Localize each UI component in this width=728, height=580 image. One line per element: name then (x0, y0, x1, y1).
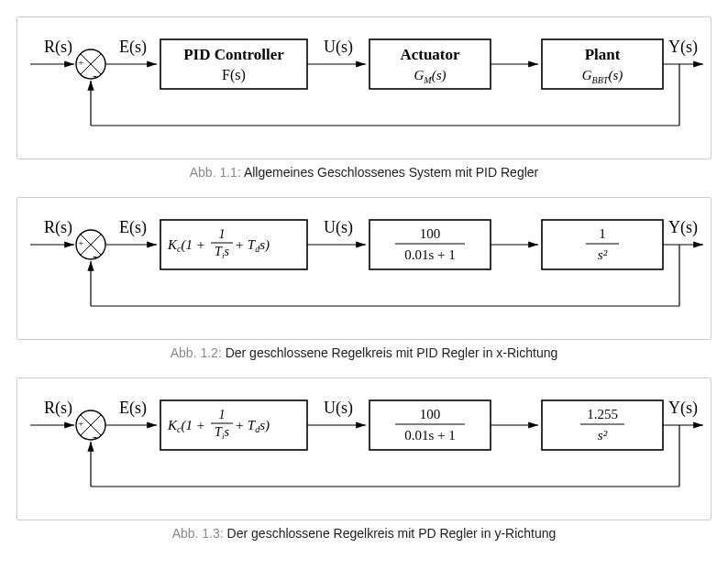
figure-1-3-caption: Abb. 1.3: Der geschlossene Regelkreis mi… (17, 526, 711, 542)
signal-U: U(s) (324, 38, 353, 57)
signal-U: U(s) (324, 399, 353, 418)
signal-R: R(s) (44, 399, 72, 418)
caption-text: Der geschlossene Regelkreis mit PID Regl… (226, 345, 558, 360)
signal-E: E(s) (119, 38, 147, 57)
svg-text:Kc(1 +: Kc(1 + (167, 418, 205, 434)
signal-E: E(s) (119, 399, 147, 418)
svg-text:1: 1 (219, 227, 226, 241)
caption-label: Abb. 1.3: (172, 526, 224, 541)
block2-title: Actuator (400, 46, 460, 63)
figure-1-1-caption: Abb. 1.1: Allgemeines Geschlossenes Syst… (17, 165, 711, 181)
svg-text:Tis: Tis (215, 245, 229, 260)
svg-text:Tis: Tis (215, 425, 229, 441)
signal-R: R(s) (44, 218, 72, 237)
block3-den: s² (598, 428, 608, 443)
minus-sign: - (93, 69, 97, 82)
figure-1-3: R(s) + - E(s) Kc(1 + 1 Tis + Tds) U(s) (17, 378, 711, 520)
block2-num: 100 (420, 226, 441, 241)
plus-sign: + (78, 57, 83, 68)
minus-sign: - (93, 249, 97, 263)
block3-num: 1.255 (587, 407, 618, 421)
svg-text:Kc(1 +: Kc(1 + (167, 237, 205, 254)
figure-1-2: R(s) + - E(s) Kc(1 + 1 Tis + Tds) U(s) (17, 197, 711, 340)
block1-title: PID Controller (183, 46, 284, 63)
signal-E: E(s) (119, 218, 147, 237)
block3-num: 1 (599, 226, 606, 241)
caption-label: Abb. 1.1: (190, 165, 241, 180)
signal-R: R(s) (44, 38, 72, 57)
block2-den: 0.01s + 1 (404, 247, 456, 262)
signal-Y: Y(s) (668, 38, 698, 57)
block3-den: s² (598, 247, 608, 262)
plus-sign: + (78, 418, 83, 429)
block2-num: 100 (420, 407, 441, 421)
block-diagram-3: R(s) + - E(s) Kc(1 + 1 Tis + Tds) U(s) (21, 384, 707, 512)
minus-sign: - (93, 430, 97, 443)
block-diagram-2: R(s) + - E(s) Kc(1 + 1 Tis + Tds) U(s) (21, 203, 707, 332)
svg-text:1: 1 (219, 408, 226, 421)
block3-title: Plant (585, 46, 621, 63)
block3-sub: GBBT(s) (582, 68, 623, 85)
caption-text: Der geschlossene Regelkreis mit PD Regle… (227, 526, 557, 541)
plus-sign: + (78, 237, 83, 248)
block-diagram-1: R(s) + - E(s) PID Controller F(s) U(s) A… (21, 23, 707, 151)
figure-1-2-caption: Abb. 1.2: Der geschlossene Regelkreis mi… (17, 345, 711, 361)
block1-sub: F(s) (222, 67, 246, 83)
pid-formula: Kc(1 + 1 Tis + Tds) (167, 227, 270, 260)
caption-text: Allgemeines Geschlossenes System mit PID… (244, 165, 538, 180)
signal-Y: Y(s) (668, 399, 698, 418)
signal-Y: Y(s) (668, 218, 698, 237)
svg-text:+ Tds): + Tds) (235, 237, 270, 254)
svg-text:+ Tds): + Tds) (235, 418, 270, 434)
figure-1-1: R(s) + - E(s) PID Controller F(s) U(s) A… (17, 16, 711, 159)
signal-U: U(s) (324, 218, 353, 237)
page: R(s) + - E(s) PID Controller F(s) U(s) A… (0, 0, 728, 541)
caption-label: Abb. 1.2: (171, 345, 222, 360)
block2-den: 0.01s + 1 (404, 428, 456, 443)
block2-sub: GM(s) (414, 68, 446, 85)
pid-formula: Kc(1 + 1 Tis + Tds) (167, 408, 270, 441)
